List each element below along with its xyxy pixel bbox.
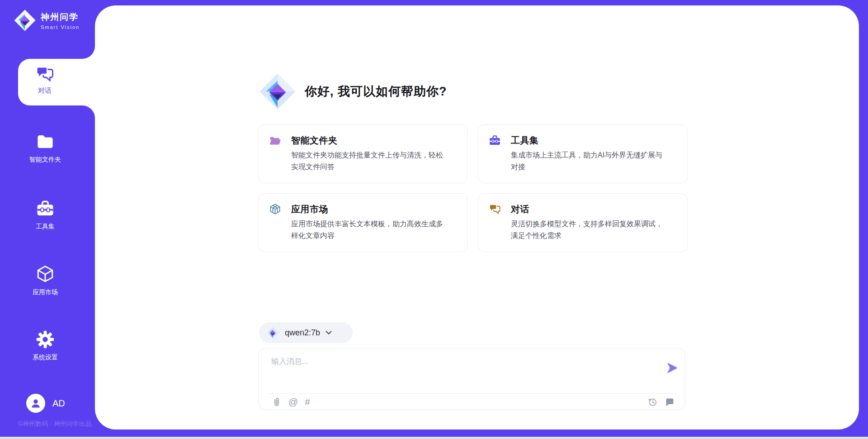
sidebar-item-label: 工具集	[36, 223, 55, 231]
history-button[interactable]	[647, 396, 658, 407]
window-edge	[0, 437, 868, 439]
toolbox-icon	[36, 199, 55, 218]
app-tagline: Smart Vision	[41, 24, 80, 30]
sidebar-item-chat[interactable]: 对话	[18, 59, 95, 105]
model-name: qwen2:7b	[285, 328, 320, 338]
user-name: AD	[52, 398, 65, 409]
card-description: 智能文件夹功能支持批量文件上传与清洗，轻松实现文件问答	[291, 149, 449, 173]
message-input[interactable]	[271, 356, 642, 388]
card-header: 对话	[489, 203, 529, 215]
sidebar-item-toolbox[interactable]: 工具集	[0, 199, 90, 231]
composer-toolbar-right	[647, 396, 675, 407]
sidebar: 神州问学 Smart Vision 对话 智能文件夹	[0, 0, 95, 439]
conversations-button[interactable]	[665, 396, 675, 407]
composer-divider	[268, 393, 676, 394]
card-smart-folders[interactable]: 智能文件夹 智能文件夹功能支持批量文件上传与清洗，轻松实现文件问答	[258, 124, 468, 183]
attach-file-button[interactable]	[271, 396, 282, 407]
card-toolbox[interactable]: 工具集 集成市场上主流工具，助力AI与外界无缝扩展与对接	[478, 124, 688, 183]
chevron-down-icon	[324, 328, 333, 337]
gear-icon	[36, 330, 55, 349]
person-icon	[29, 396, 42, 410]
cube-icon	[36, 265, 55, 284]
card-title: 应用市场	[291, 203, 328, 215]
composer: @ #	[258, 348, 685, 410]
folder-icon	[36, 132, 55, 151]
card-header: 智能文件夹	[269, 134, 338, 147]
greeting: 你好, 我可以如何帮助你?	[259, 72, 447, 110]
sidebar-item-label: 系统设置	[33, 353, 58, 362]
card-description: 集成市场上主流工具，助力AI与外界无缝扩展与对接	[511, 149, 669, 173]
send-button[interactable]	[665, 361, 679, 375]
send-icon	[665, 361, 679, 375]
greeting-logo-icon	[259, 72, 297, 110]
mention-button[interactable]: @	[288, 396, 298, 407]
chat-icon	[489, 203, 501, 215]
app-logo-icon	[14, 9, 36, 32]
topic-button[interactable]: #	[305, 396, 310, 407]
card-app-market[interactable]: 应用市场 应用市场提供丰富长文本模板，助力高效生成多样化文章内容	[258, 193, 468, 252]
sidebar-item-label: 对话	[38, 86, 52, 95]
card-description: 应用市场提供丰富长文本模板，助力高效生成多样化文章内容	[291, 218, 449, 242]
copyright: ©神州数码 · 神州问学出品	[18, 420, 92, 428]
sidebar-item-smart-folders[interactable]: 智能文件夹	[0, 132, 90, 164]
feature-cards: 智能文件夹 智能文件夹功能支持批量文件上传与清洗，轻松实现文件问答 工具集	[258, 124, 688, 252]
model-logo-icon	[267, 327, 279, 339]
card-header: 应用市场	[269, 203, 328, 215]
paperclip-icon	[271, 397, 282, 407]
comment-icon	[665, 397, 675, 407]
toolbox-icon	[489, 134, 501, 147]
app-logo: 神州问学 Smart Vision	[14, 9, 80, 32]
card-description: 灵活切换多模型文件，支持多样回复效果调试，满足个性化需求	[511, 218, 669, 242]
tab-curve-top	[82, 46, 95, 59]
history-icon	[647, 397, 658, 407]
model-selector[interactable]: qwen2:7b	[259, 322, 353, 343]
main-panel: 你好, 我可以如何帮助你? 智能文件夹 智能文件夹功能支持批量文件上传与清洗，轻…	[95, 5, 859, 429]
hash-icon: #	[305, 396, 310, 407]
greeting-text: 你好, 我可以如何帮助你?	[305, 83, 447, 100]
app-logo-text: 神州问学 Smart Vision	[41, 11, 80, 30]
app-market-icon	[269, 203, 281, 215]
composer-toolbar: @ #	[271, 396, 310, 407]
card-title: 智能文件夹	[291, 134, 338, 147]
folder-open-icon	[269, 134, 281, 147]
app-window: 神州问学 Smart Vision 对话 智能文件夹	[0, 0, 868, 439]
card-title: 工具集	[511, 134, 539, 147]
card-chat[interactable]: 对话 灵活切换多模型文件，支持多样回复效果调试，满足个性化需求	[478, 193, 688, 252]
sidebar-item-app-market[interactable]: 应用市场	[0, 265, 90, 296]
chat-icon	[35, 65, 54, 84]
sidebar-item-label: 智能文件夹	[29, 156, 61, 164]
app-name: 神州问学	[41, 11, 80, 23]
card-header: 工具集	[489, 134, 539, 147]
sidebar-item-label: 应用市场	[33, 288, 58, 296]
sidebar-item-settings[interactable]: 系统设置	[0, 330, 90, 362]
user-avatar	[26, 394, 45, 413]
user-profile[interactable]: AD	[26, 394, 65, 413]
at-icon: @	[288, 396, 298, 407]
tab-curve-bottom	[82, 105, 95, 118]
card-title: 对话	[511, 203, 529, 215]
